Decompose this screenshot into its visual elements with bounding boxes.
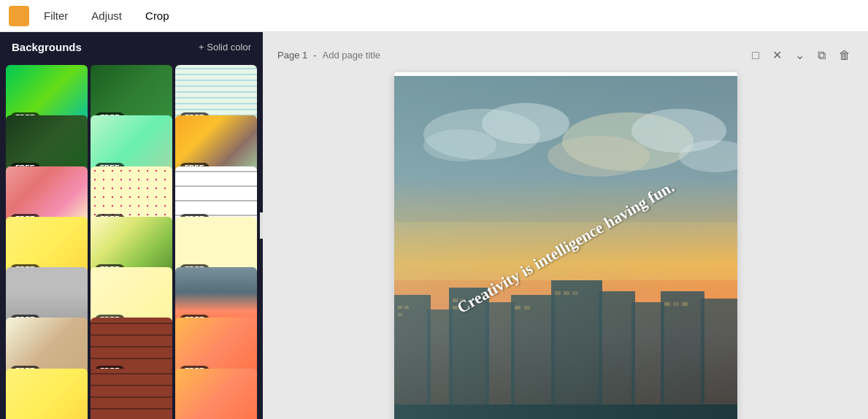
background-item-19[interactable]: [6, 369, 88, 419]
sidebar: Backgrounds + Solid color FREEFREEFREEFR…: [0, 32, 263, 419]
color-swatch[interactable]: [9, 6, 29, 26]
toolbar: Filter Adjust Crop: [0, 0, 868, 32]
canvas-background-image: [394, 72, 737, 419]
dropdown-button[interactable]: ⌄: [792, 47, 807, 64]
background-item-20[interactable]: [91, 369, 172, 419]
sidebar-header: Backgrounds + Solid color: [0, 32, 263, 62]
page-label: Page 1: [277, 50, 307, 61]
new-page-button[interactable]: ⧉: [815, 47, 829, 64]
sidebar-title: Backgrounds: [12, 41, 82, 53]
solid-color-button[interactable]: + Solid color: [199, 42, 251, 53]
main-content: Backgrounds + Solid color FREEFREEFREEFR…: [0, 32, 868, 419]
close-icon: ✕: [772, 49, 782, 61]
page-separator: -: [313, 50, 316, 61]
page-title-input[interactable]: [323, 50, 445, 61]
page-actions: □ ✕ ⌄ ⧉ 🗑: [749, 47, 853, 64]
new-page-icon: ⧉: [818, 49, 826, 61]
design-canvas[interactable]: Creativity is intelligence having fun.: [394, 72, 737, 419]
sidebar-collapse-button[interactable]: ‹: [260, 212, 263, 239]
backgrounds-grid: FREEFREEFREEFREEFREEFREEFREEFREEFREEFREE…: [0, 62, 263, 419]
copy-icon: □: [752, 49, 759, 61]
dropdown-icon: ⌄: [795, 49, 804, 61]
delete-page-button[interactable]: 🗑: [836, 47, 853, 64]
delete-icon: 🗑: [839, 49, 850, 61]
close-page-button[interactable]: ✕: [769, 47, 785, 64]
adjust-button[interactable]: Adjust: [82, 7, 131, 25]
svg-rect-35: [394, 76, 737, 222]
copy-page-button[interactable]: □: [749, 47, 762, 64]
filter-button[interactable]: Filter: [35, 7, 77, 25]
page-bar: Page 1 - □ ✕ ⌄ ⧉ 🗑: [277, 47, 853, 64]
crop-button[interactable]: Crop: [137, 7, 178, 25]
canvas-area: Page 1 - □ ✕ ⌄ ⧉ 🗑: [263, 32, 868, 419]
background-item-21[interactable]: [175, 369, 257, 419]
